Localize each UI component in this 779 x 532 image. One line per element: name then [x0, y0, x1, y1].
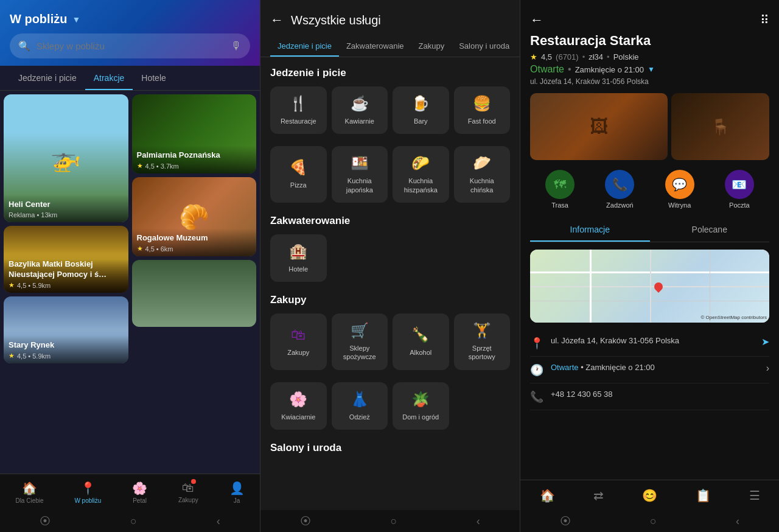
service-alcohol[interactable]: 🍾 Alkohol: [393, 313, 449, 370]
nav-label: Dla Ciebie: [15, 497, 43, 504]
map-thumbnail[interactable]: © OpenStreetMap contributors: [530, 250, 769, 323]
dropdown-arrow-icon[interactable]: ▼: [72, 15, 80, 24]
list-item[interactable]: Stary Rynek ★4,5 • 5.9km: [4, 296, 128, 363]
service-grocery[interactable]: 🛒 Sklepy spożywcze: [332, 313, 388, 370]
search-input[interactable]: [37, 41, 225, 51]
tab-more[interactable]: R: [517, 35, 520, 57]
mail-button[interactable]: 📧 Poczta: [725, 170, 754, 209]
back-button[interactable]: ←: [530, 12, 543, 28]
sys-menu-icon[interactable]: ⦿: [300, 515, 311, 528]
tab-recommended[interactable]: Polecane: [650, 219, 770, 242]
service-spanish[interactable]: 🌮 Kuchnia hiszpańska: [393, 146, 449, 203]
sys-home-icon[interactable]: ○: [391, 515, 397, 528]
list-item[interactable]: Palmiarnia Poznańska ★4,5 • 3.7km: [132, 94, 257, 173]
service-flowers[interactable]: 🌸 Kwiaciarnie: [270, 382, 327, 430]
info-address-row: 📍 ul. Józefa 14, Kraków 31-056 Polska ➤: [530, 330, 769, 357]
more-options-icon[interactable]: ⠿: [760, 13, 769, 27]
sys-home-icon[interactable]: ○: [130, 515, 137, 528]
website-button[interactable]: 💬 Witryna: [665, 170, 694, 209]
hotel-icon: 🏨: [289, 243, 307, 260]
tab-food-drink[interactable]: Jedzenie i picie: [10, 66, 85, 90]
service-fastfood[interactable]: 🍔 Fast food: [454, 86, 511, 134]
service-chinese[interactable]: 🥟 Kuchnia chińska: [454, 146, 511, 203]
service-shopping[interactable]: 🛍 Zakupy: [270, 313, 327, 370]
sys-back-icon[interactable]: ‹: [736, 515, 739, 528]
nav-petal[interactable]: 🌸 Petal: [132, 481, 147, 504]
info-hours-row[interactable]: 🕐 Otwarte • Zamknięcie o 21:00 ›: [530, 357, 769, 383]
list-item[interactable]: Heli Center Reklama • 13km: [4, 94, 128, 222]
food-grid-2: 🍕 Pizza 🍱 Kuchnia japońska 🌮 Kuchnia his…: [270, 146, 510, 203]
review-count: (6701): [556, 52, 579, 61]
item-subtitle: ★4,5 • 5.9km: [9, 281, 124, 289]
grocery-icon: 🛒: [351, 322, 369, 339]
tab-hotels[interactable]: Hotele: [133, 66, 174, 90]
panel1-header: W pobliżu ▼ 🔍 🎙: [0, 0, 260, 66]
tab-food[interactable]: Jedzenie i picie: [270, 35, 339, 57]
tab-attractions[interactable]: Atrakcje: [85, 66, 133, 90]
rating-value: 4,5: [541, 52, 552, 61]
directions-button[interactable]: 🗺 Trasa: [545, 170, 575, 209]
action-label: Witryna: [668, 201, 691, 209]
service-sports[interactable]: 🏋 Sprzęt sportowy: [454, 313, 511, 370]
service-restaurants[interactable]: 🍴 Restauracje: [270, 86, 327, 134]
photo-gallery: 🖼 🪑: [530, 93, 769, 160]
list-item[interactable]: 🥐 Rogalowe Muzeum ★4,5 • 6km: [132, 177, 257, 256]
list-item[interactable]: Bazylika Matki Boskiej Nieustającej Pomo…: [4, 226, 128, 293]
sys-menu-icon[interactable]: ⦿: [40, 515, 51, 528]
tab-salons[interactable]: Salony i uroda: [452, 35, 517, 57]
list-item[interactable]: [132, 260, 257, 327]
tab-shopping[interactable]: Zakupy: [411, 35, 452, 57]
service-label: Fast food: [468, 117, 496, 125]
service-home-garden[interactable]: 🪴 Dom i ogród: [393, 382, 449, 430]
sys-back-icon[interactable]: ‹: [217, 515, 220, 528]
section-accommodation-heading: Zakwaterowanie: [270, 215, 510, 227]
sys-menu-icon[interactable]: ⦿: [560, 515, 571, 528]
back-button[interactable]: ←: [270, 12, 284, 28]
home-garden-icon: 🪴: [411, 391, 430, 408]
hours-expand-icon[interactable]: ▼: [648, 65, 655, 74]
photo-main[interactable]: 🖼: [530, 93, 668, 160]
home-bottom-icon[interactable]: 🏠: [540, 488, 555, 503]
service-cafes[interactable]: ☕ Kawiarnie: [332, 86, 388, 134]
nav-for-you[interactable]: 🏠 Dla Ciebie: [15, 481, 43, 504]
nav-nearby[interactable]: 📍 W pobliżu: [74, 481, 101, 504]
nav-label: Petal: [133, 497, 147, 504]
tab-accommodation[interactable]: Zakwaterowanie: [339, 35, 411, 57]
item-title: Stary Rynek: [9, 340, 124, 351]
service-bars[interactable]: 🍺 Bary: [393, 86, 449, 134]
smiley-icon[interactable]: 😊: [642, 488, 657, 503]
service-clothing[interactable]: 👗 Odzież: [332, 382, 388, 430]
mic-icon[interactable]: 🎙: [231, 40, 242, 52]
bar-icon: 🍺: [411, 95, 430, 112]
nav-shopping[interactable]: 🛍 Zakupy: [178, 481, 198, 503]
menu-icon[interactable]: ☰: [749, 488, 760, 503]
panel2-title: Wszystkie usługi: [291, 13, 381, 27]
navigate-icon[interactable]: ➤: [761, 336, 769, 348]
panel3-content: Restauracja Starka ★ 4,5 (6701) • zł34 •…: [520, 33, 779, 480]
mail-icon: 📧: [725, 170, 754, 199]
panel3-header: ← ⠿: [520, 0, 779, 33]
phone-text: +48 12 430 65 38: [551, 390, 769, 399]
system-nav-panel2: ⦿ ○ ‹: [260, 510, 520, 532]
search-bar[interactable]: 🔍 🎙: [10, 33, 250, 58]
photo-side[interactable]: 🪑: [671, 93, 769, 160]
service-hotels[interactable]: 🏨 Hotele: [270, 234, 327, 282]
service-pizza[interactable]: 🍕 Pizza: [270, 146, 327, 203]
bottom-navigation: 🏠 Dla Ciebie 📍 W pobliżu 🌸 Petal 🛍 Zakup…: [0, 474, 260, 510]
restaurant-rating-row: ★ 4,5 (6701) • zł34 • Polskie: [530, 52, 769, 61]
sys-home-icon[interactable]: ○: [650, 515, 657, 528]
nav-profile[interactable]: 👤 Ja: [229, 481, 245, 504]
flowers-icon: 🌸: [289, 391, 307, 408]
item-subtitle: ★4,5 • 6km: [137, 245, 252, 253]
call-button[interactable]: 📞 Zadzwoń: [605, 170, 634, 209]
tab-info[interactable]: Informacje: [530, 219, 650, 242]
expand-hours-icon[interactable]: ›: [766, 363, 769, 374]
route-icon[interactable]: ⇄: [593, 488, 604, 503]
service-label: Kwiaciarnie: [281, 413, 315, 421]
sys-back-icon[interactable]: ‹: [477, 515, 480, 528]
clock-icon: 🕐: [530, 363, 543, 377]
service-japanese[interactable]: 🍱 Kuchnia japońska: [332, 146, 388, 203]
copy-icon[interactable]: 📋: [696, 488, 711, 503]
panel2-content: Jedzenie i picie 🍴 Restauracje ☕ Kawiarn…: [260, 57, 520, 510]
nav-label: Zakupy: [178, 497, 198, 503]
